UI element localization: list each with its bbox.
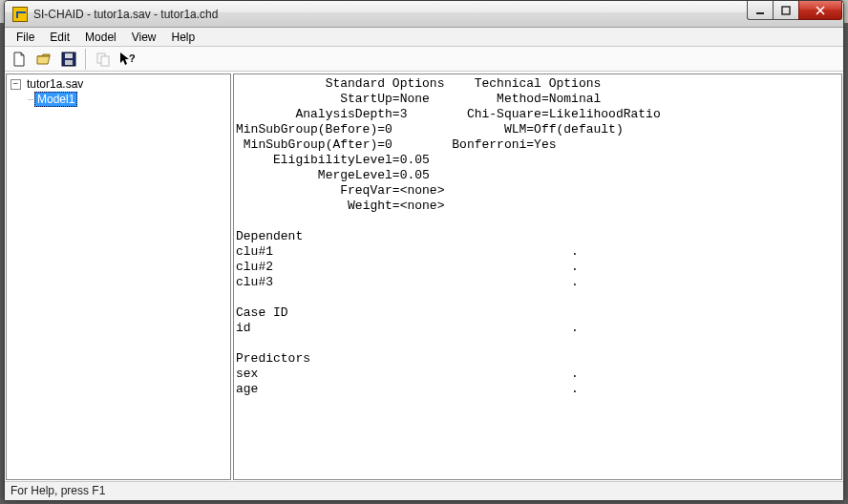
- opt-line-weight: Weight=<none>: [236, 199, 444, 213]
- titlebar[interactable]: SI-CHAID - tutor1a.sav - tutor1a.chd: [5, 1, 843, 28]
- maximize-button[interactable]: [773, 1, 799, 20]
- opt-line-depth: AnalysisDepth=3 Chi-Square=LikelihoodRat…: [236, 107, 661, 121]
- dependent-row-1: clu#2 .: [236, 260, 579, 274]
- minimize-icon: [755, 6, 765, 15]
- window-buttons: [748, 1, 842, 20]
- new-file-icon: [11, 52, 27, 67]
- save-disk-icon: [61, 52, 76, 67]
- close-icon: [815, 6, 826, 15]
- menu-view[interactable]: View: [124, 29, 164, 46]
- dependent-row-0: clu#1 .: [236, 244, 579, 259]
- text-heading: Standard Options Technical Options: [236, 76, 601, 91]
- tree-collapse-icon[interactable]: −: [11, 79, 21, 90]
- predictors-row-1: age .: [236, 382, 579, 396]
- new-button[interactable]: [9, 49, 30, 70]
- svg-rect-0: [756, 12, 764, 14]
- status-text: For Help, press F1: [11, 484, 105, 497]
- tree-root-row[interactable]: − tutor1a.sav: [11, 76, 230, 92]
- menu-help[interactable]: Help: [164, 29, 203, 46]
- tree-root-label: tutor1a.sav: [25, 77, 85, 91]
- svg-rect-6: [101, 56, 109, 66]
- opt-line-elig: EligibilityLevel=0.05: [236, 153, 430, 167]
- text-pane[interactable]: Standard Options Technical Options Start…: [233, 74, 842, 480]
- predictors-row-0: sex .: [236, 367, 579, 381]
- open-folder-icon: [36, 52, 52, 67]
- svg-rect-3: [65, 53, 73, 58]
- maximize-icon: [781, 6, 791, 15]
- opt-line-startup: StartUp=None Method=Nominal: [236, 92, 601, 106]
- minimize-button[interactable]: [747, 1, 774, 20]
- app-window: SI-CHAID - tutor1a.sav - tutor1a.chd Fil…: [4, 0, 844, 501]
- section-dependent-title: Dependent: [236, 229, 303, 243]
- menu-edit[interactable]: Edit: [42, 29, 77, 46]
- whats-this-button[interactable]: ?: [117, 49, 138, 70]
- window-title: SI-CHAID - tutor1a.sav - tutor1a.chd: [33, 8, 218, 21]
- app-icon: [12, 7, 28, 22]
- toolbar: ?: [5, 47, 843, 72]
- save-button[interactable]: [58, 49, 79, 70]
- statusbar: For Help, press F1: [5, 481, 843, 500]
- tree-branch-icon: ┈: [28, 94, 32, 105]
- copy-icon: [95, 52, 111, 67]
- help-cursor-icon: ?: [119, 52, 137, 67]
- tree-pane[interactable]: − tutor1a.sav ┈ Model1: [6, 74, 231, 480]
- open-button[interactable]: [33, 49, 54, 70]
- toolbar-separator: [85, 49, 87, 70]
- svg-rect-4: [65, 60, 73, 65]
- opt-line-freq: FreqVar=<none>: [236, 183, 444, 198]
- svg-rect-1: [782, 7, 790, 14]
- opt-line-msga: MinSubGroup(After)=0 Bonferroni=Yes: [236, 137, 557, 152]
- opt-line-merge: MergeLevel=0.05: [236, 168, 430, 182]
- opt-line-msgb: MinSubGroup(Before)=0 WLM=Off(default): [236, 122, 624, 136]
- section-caseid-title: Case ID: [236, 305, 288, 320]
- tree-child-label[interactable]: Model1: [34, 92, 77, 107]
- close-button[interactable]: [798, 1, 842, 20]
- svg-text:?: ?: [129, 52, 136, 64]
- tree-child-row[interactable]: ┈ Model1: [28, 92, 230, 107]
- caseid-row-0: id .: [236, 321, 579, 335]
- content-area: − tutor1a.sav ┈ Model1 Standard Options …: [5, 72, 843, 481]
- dependent-row-2: clu#3 .: [236, 275, 579, 289]
- menu-file[interactable]: File: [9, 29, 42, 46]
- section-predictors-title: Predictors: [236, 351, 310, 366]
- menubar: File Edit Model View Help: [5, 28, 843, 47]
- menu-model[interactable]: Model: [77, 29, 124, 46]
- copy-button: [93, 49, 114, 70]
